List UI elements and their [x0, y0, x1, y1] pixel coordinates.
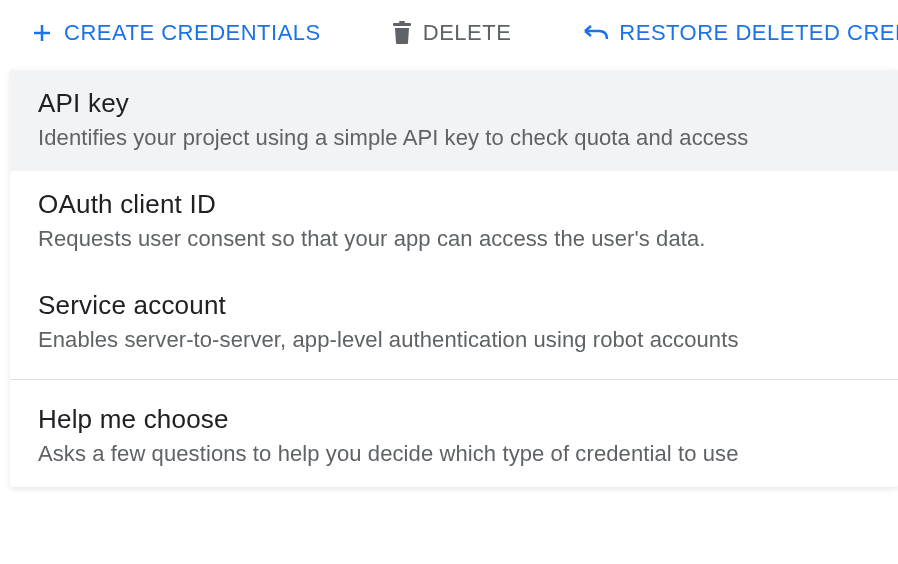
- menu-divider: [10, 379, 898, 380]
- credentials-dropdown: API key Identifies your project using a …: [10, 70, 898, 487]
- menu-item-title: OAuth client ID: [38, 189, 870, 220]
- menu-item-oauth[interactable]: OAuth client ID Requests user consent so…: [10, 171, 898, 272]
- menu-item-service-account[interactable]: Service account Enables server-to-server…: [10, 272, 898, 373]
- toolbar: CREATE CREDENTIALS DELETE RESTORE DELETE…: [0, 0, 898, 70]
- delete-label: DELETE: [423, 20, 512, 46]
- restore-label: RESTORE DELETED CREDENTIALS: [619, 20, 898, 46]
- menu-item-api-key[interactable]: API key Identifies your project using a …: [10, 70, 898, 171]
- trash-icon: [391, 21, 413, 45]
- menu-item-help-choose[interactable]: Help me choose Asks a few questions to h…: [10, 386, 898, 487]
- plus-icon: [30, 21, 54, 45]
- menu-item-title: Service account: [38, 290, 870, 321]
- svg-rect-2: [393, 23, 411, 26]
- menu-item-desc: Enables server-to-server, app-level auth…: [38, 327, 870, 353]
- svg-rect-3: [399, 21, 405, 23]
- menu-item-title: Help me choose: [38, 404, 870, 435]
- create-credentials-button[interactable]: CREATE CREDENTIALS: [30, 20, 321, 46]
- menu-item-title: API key: [38, 88, 870, 119]
- create-credentials-label: CREATE CREDENTIALS: [64, 20, 321, 46]
- menu-item-desc: Requests user consent so that your app c…: [38, 226, 870, 252]
- menu-item-desc: Identifies your project using a simple A…: [38, 125, 870, 151]
- menu-item-desc: Asks a few questions to help you decide …: [38, 441, 870, 467]
- undo-icon: [581, 23, 609, 43]
- restore-button[interactable]: RESTORE DELETED CREDENTIALS: [581, 20, 898, 46]
- delete-button[interactable]: DELETE: [391, 20, 512, 46]
